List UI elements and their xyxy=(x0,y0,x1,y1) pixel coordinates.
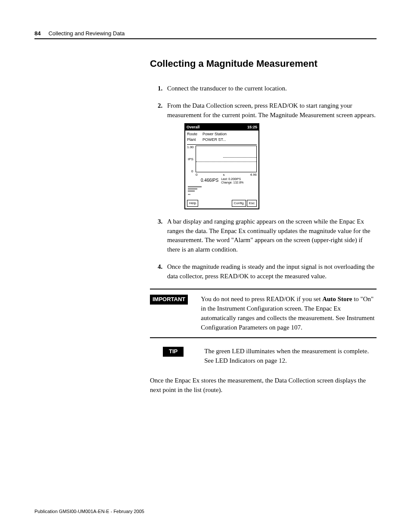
chart-y-mid: IPS xyxy=(188,157,193,162)
screenshot-clock: 15:25 xyxy=(247,124,257,130)
step-1: 1. Connect the transducer to the current… xyxy=(150,84,377,93)
important-bold: Auto Store xyxy=(322,296,352,302)
important-text-part: You do not need to press READ/OK if you … xyxy=(201,296,322,302)
tip-callout: TIP The green LED illuminates when the m… xyxy=(163,347,377,366)
chart-y-bot: 0 xyxy=(191,169,193,174)
step-4: 4. Once the magnitude reading is steady … xyxy=(150,262,377,281)
step-text: Once the magnitude reading is steady and… xyxy=(167,263,374,280)
screenshot-info: Route Power Station Plant POWER ST... xyxy=(185,131,258,144)
step-text: Connect the transducer to the current lo… xyxy=(167,85,287,92)
readout-main: 0.466IPS xyxy=(201,177,218,184)
plant-label: Plant xyxy=(187,137,202,143)
config-button: Config xyxy=(232,200,246,207)
bar-indicator xyxy=(188,186,202,187)
readout-change: Change: 132.8% xyxy=(221,181,243,184)
chart-x-ticks: 0 s 4.96 xyxy=(196,172,257,177)
chart-x-right: 4.96 xyxy=(250,172,257,177)
page-number: 84 xyxy=(34,30,40,37)
plant-value: POWER ST... xyxy=(202,137,226,143)
closing-paragraph: Once the Enpac Ex stores the measurement… xyxy=(150,376,377,395)
step-text: A bar display and ranging graphic appear… xyxy=(167,218,371,253)
section-title: Collecting a Magnitude Measurement xyxy=(150,58,377,69)
help-button: Help xyxy=(187,200,198,207)
publication-footer: Publication GMSI00-UM001A-EN-E - Februar… xyxy=(34,509,144,514)
screenshot-stars: ** xyxy=(185,193,258,198)
route-label: Route xyxy=(187,131,202,137)
chart-dashed-line xyxy=(223,157,256,158)
section-name: Collecting and Reviewing Data xyxy=(48,30,125,37)
bar-indicator xyxy=(188,190,195,192)
chart-x-left: 0 xyxy=(196,172,197,177)
chart-axis-box xyxy=(196,146,257,172)
step-number: 3. xyxy=(158,217,162,227)
important-callout: IMPORTANT You do not need to press READ/… xyxy=(150,289,377,338)
chart-dashed-line xyxy=(196,162,256,162)
screenshot-titlebar: Overall 15:25 xyxy=(185,124,258,131)
important-text: You do not need to press READ/OK if you … xyxy=(201,295,377,332)
readout-last: Last: 0.200IPS xyxy=(221,177,241,180)
esc-button: Esc xyxy=(247,200,257,207)
screenshot-title: Overall xyxy=(187,124,200,130)
readout-sub: Last: 0.200IPS Change: 132.8% xyxy=(221,177,243,184)
step-2: 2. From the Data Collection screen, pres… xyxy=(150,101,377,209)
screenshot-bars xyxy=(188,186,256,192)
step-number: 4. xyxy=(158,262,162,272)
bar-indicator xyxy=(188,188,197,190)
tip-label: TIP xyxy=(163,347,184,357)
step-3: 3. A bar display and ranging graphic app… xyxy=(150,217,377,255)
important-label: IMPORTANT xyxy=(150,295,188,305)
step-text: From the Data Collection screen, press R… xyxy=(167,102,376,118)
running-header: 84 Collecting and Reviewing Data xyxy=(34,30,377,37)
route-value: Power Station xyxy=(202,131,227,137)
header-rule xyxy=(34,38,377,39)
step-number: 2. xyxy=(158,101,162,111)
screenshot-buttons: Help Config Esc xyxy=(185,197,258,208)
tip-text: The green LED illuminates when the measu… xyxy=(204,347,377,366)
chart-x-mid: s xyxy=(223,172,224,177)
step-number: 1. xyxy=(158,84,162,93)
device-screenshot: Overall 15:25 Route Power Station Plant … xyxy=(184,123,259,209)
chart-y-top: 1.00 xyxy=(187,145,194,150)
screenshot-chart: 1.00 IPS 0 0 s 4.96 xyxy=(187,144,257,175)
